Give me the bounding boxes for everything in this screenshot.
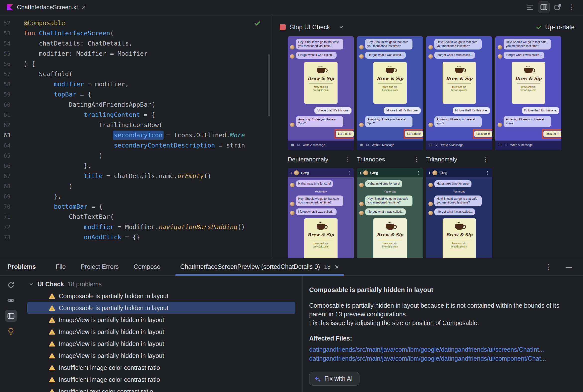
message-input-bar: ⊕☺Write A Message <box>357 140 423 150</box>
problem-item[interactable]: Insufficient text color contrast ratio <box>27 386 295 392</box>
preview-kebab-icon[interactable]: ⋮ <box>480 156 491 163</box>
contact-name: Greg <box>301 171 309 175</box>
code-line[interactable]: 71 ChatTextBar( <box>0 212 272 222</box>
code-line[interactable]: 59 topBar = { <box>0 89 272 100</box>
problem-item[interactable]: ImageView is partially hidden in layout <box>27 326 295 338</box>
preview-kebab-icon[interactable]: ⋮ <box>342 156 353 163</box>
eye-icon[interactable] <box>5 294 17 306</box>
problem-item[interactable]: Insufficient image color contrast ratio <box>27 362 295 374</box>
preview-label: Deuteranomaly <box>288 156 328 163</box>
message-row: Hey! Should we go to that cafe you menti… <box>359 196 421 206</box>
preview-row-1: Hey! Should we go to that cafe you menti… <box>288 36 583 150</box>
code-line[interactable]: 63 secondaryIcon = Icons.Outlined.More <box>0 130 272 140</box>
panel-options-kebab-icon[interactable]: ⋮ <box>545 263 552 270</box>
brew-sip-card: Brew & Sipbrew and sipbrew&sip.com <box>304 62 338 104</box>
problem-item[interactable]: Insufficient image color contrast ratio <box>27 374 295 386</box>
code-text: Scaffold( <box>14 70 73 78</box>
editor-tab[interactable]: ChatInterfaceScreen.kt × <box>0 0 91 14</box>
editor-scrollbar[interactable] <box>268 54 270 116</box>
add-icon: ⊕ <box>498 143 502 147</box>
phone-appbar: ‹Greg⋮ <box>357 168 423 177</box>
close-tab-icon[interactable]: × <box>335 263 339 270</box>
ui-check-group-header[interactable]: UI Check 18 problems <box>22 278 303 290</box>
tab-compose[interactable]: Compose <box>134 263 160 270</box>
fix-with-ai-button[interactable]: Fix with AI <box>309 372 360 386</box>
tab-chat-interface-preview[interactable]: ChatInterfaceScreenPreview (sortedChatDe… <box>175 258 344 275</box>
problems-window-title[interactable]: Problems <box>8 263 36 270</box>
code-line[interactable]: 67 title = chatDetails.name.orEmpty() <box>0 171 272 181</box>
code-line[interactable]: 60 DatingAndFriendsAppBar( <box>0 100 272 110</box>
line-number: 52 <box>0 20 14 26</box>
chat-bubble: I'd love that! It's this one. <box>453 107 490 114</box>
chevron-down-icon[interactable] <box>338 24 344 30</box>
split-preview-icon[interactable] <box>538 2 550 13</box>
code-line[interactable]: 55 modifier: Modifier = Modifier <box>0 48 272 59</box>
code-text: ) <box>14 152 103 159</box>
message-input-placeholder: Write A Message <box>510 143 533 147</box>
code-line[interactable]: 58 modifier = modifier, <box>0 79 272 89</box>
code-line[interactable]: 64 secondaryContentDescription = strin <box>0 140 272 150</box>
line-number: 53 <box>0 30 14 36</box>
line-number: 55 <box>0 50 14 57</box>
code-line[interactable]: 54 chatDetails: ChatDetails, <box>0 38 272 48</box>
code-line[interactable]: 69 }, <box>0 191 272 202</box>
code-line[interactable]: 52@Composable <box>0 18 272 28</box>
preview-kebab-icon[interactable]: ⋮ <box>411 156 422 163</box>
chat-bubble: I forgot what it was called... <box>365 52 406 59</box>
preview-phone[interactable]: Hey! Should we go to that cafe you menti… <box>426 36 492 150</box>
tab-project-errors[interactable]: Project Errors <box>81 263 119 270</box>
code-line[interactable]: 62 TrailingIconsRow( <box>0 120 272 130</box>
code-line[interactable]: 66 }, <box>0 161 272 171</box>
stop-icon[interactable] <box>280 24 286 30</box>
message-row: I forgot what it was called... <box>290 208 352 216</box>
code-line[interactable]: 72 modifier = Modifier.navigationBarsPad… <box>0 222 272 232</box>
preview-phone[interactable]: Hey! Should we go to that cafe you menti… <box>288 36 354 150</box>
preview-layout-icon[interactable] <box>5 310 17 322</box>
problem-item[interactable]: ImageView is partially hidden in layout <box>27 314 295 326</box>
preview-phone[interactable]: Hey! Should we go to that cafe you menti… <box>357 36 423 150</box>
code-line[interactable]: 70 bottomBar = { <box>0 202 272 212</box>
code-line[interactable]: 53fun ChatInterfaceScreen( <box>0 28 272 38</box>
ai-sparkle-icon <box>314 375 321 382</box>
close-tab-icon[interactable]: × <box>81 4 86 11</box>
tab-file[interactable]: File <box>56 263 66 270</box>
card-brand: Brew & Sip <box>375 76 405 81</box>
refresh-icon[interactable] <box>5 279 17 291</box>
fix-with-ai-label: Fix with AI <box>324 375 353 382</box>
code-line[interactable]: 68 ) <box>0 181 272 191</box>
a11y-issue-highlight: Let's do it! <box>404 129 423 139</box>
code-line[interactable]: 56) { <box>0 59 272 69</box>
more-options-kebab-icon[interactable]: ⋮ <box>566 2 577 13</box>
lightbulb-icon[interactable] <box>5 325 17 337</box>
card-line2: brew&sip.com <box>306 245 336 248</box>
inspection-ok-icon[interactable] <box>254 20 261 28</box>
preview-phone[interactable]: Hey! Should we go to that cafe you menti… <box>495 36 561 150</box>
problem-item[interactable]: ImageView is partially hidden in layout <box>27 350 295 362</box>
affected-file-link[interactable]: datingandfriends/src/main/java/com/ibm/g… <box>309 354 568 363</box>
kotlin-file-icon <box>7 4 14 11</box>
message-row: Hey! Should we go to that cafe you menti… <box>428 196 490 206</box>
code-editor[interactable]: 52@Composable53fun ChatInterfaceScreen(5… <box>0 14 272 258</box>
preview-phone[interactable]: ‹Greg⋮Haha, next time for sure!Yesterday… <box>357 168 423 258</box>
code-line[interactable]: 73 onAddClick = {} <box>0 232 272 242</box>
problem-item[interactable]: ImageView is partially hidden in layout <box>27 338 295 350</box>
message-row: I forgot what it was called... <box>290 52 352 59</box>
hide-panel-icon[interactable]: — <box>565 264 572 270</box>
preview-phone[interactable]: ‹Greg⋮Haha, next time for sure!Yesterday… <box>288 168 354 258</box>
preview-phone[interactable]: ‹Greg⋮Haha, next time for sure!Yesterday… <box>426 168 492 258</box>
code-line[interactable]: 57 Scaffold( <box>0 69 272 79</box>
code-line[interactable]: 65 ) <box>0 150 272 161</box>
code-text: secondaryIcon = Icons.Outlined.More <box>14 132 245 139</box>
warning-icon <box>49 317 55 323</box>
problem-item[interactable]: Composable is partially hidden in layout <box>27 302 295 314</box>
run-on-device-icon[interactable] <box>552 2 563 13</box>
chevron-down-icon[interactable] <box>28 281 34 287</box>
stop-ui-check-button[interactable]: Stop UI Check <box>290 24 330 31</box>
brew-sip-card: Brew & Sipbrew and sipbrew&sip.com <box>373 62 407 104</box>
card-line2: brew&sip.com <box>445 245 474 248</box>
affected-file-link[interactable]: datingandfriends/src/main/java/com/ibm/g… <box>309 345 568 354</box>
preview-label-cell: Tritanomaly⋮ <box>426 156 492 163</box>
problem-item[interactable]: Composable is partially hidden in layout <box>27 290 295 302</box>
structure-view-icon[interactable] <box>524 2 536 13</box>
code-line[interactable]: 61 trailingContent = { <box>0 110 272 120</box>
